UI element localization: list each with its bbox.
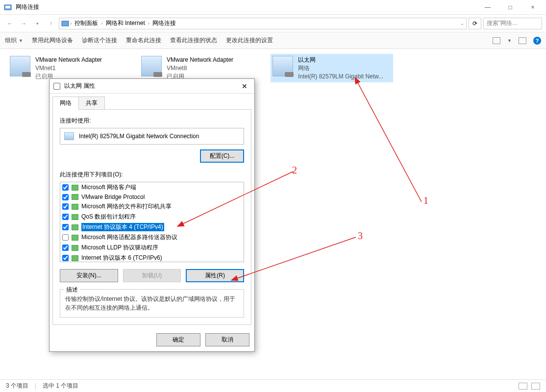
component-item[interactable]: VMware Bridge Protocol: [60, 193, 244, 201]
items-label: 此连接使用下列项目(O):: [60, 171, 244, 179]
properties-button[interactable]: 属性(R): [186, 269, 244, 282]
nav-back-button[interactable]: ←: [4, 18, 16, 29]
disable-device-button[interactable]: 禁用此网络设备: [32, 36, 73, 45]
adapter-line3: Intel(R) 82579LM Gigabit Netw...: [298, 73, 383, 81]
component-list[interactable]: Microsoft 网络客户端VMware Bridge ProtocolMic…: [60, 182, 244, 262]
address-bar: ← → ▾ ↑ › 控制面板 › 网络和 Internet › 网络连接 ⌄ ⟳…: [0, 15, 546, 32]
component-checkbox[interactable]: [62, 203, 69, 210]
adapter-display: Intel(R) 82579LM Gigabit Network Connect…: [60, 128, 244, 145]
configure-button[interactable]: 配置(C)...: [200, 149, 244, 163]
breadcrumb-sep-icon: ›: [148, 21, 149, 26]
network-adapter-icon: [10, 56, 30, 76]
component-item[interactable]: Microsoft 网络适配器多路传送器协议: [60, 232, 244, 243]
component-icon: [72, 235, 78, 241]
nav-up-button[interactable]: ↑: [45, 18, 57, 29]
diagnose-button[interactable]: 诊断这个连接: [82, 36, 117, 45]
cancel-button[interactable]: 取消: [205, 333, 249, 346]
search-input[interactable]: 搜索"网络...: [483, 18, 542, 29]
annotation-label-2: 2: [292, 165, 297, 176]
component-icon: [72, 255, 78, 261]
svg-line-3: [355, 77, 422, 202]
adapter-line2: 网络: [298, 64, 383, 73]
component-icon: [72, 245, 78, 251]
dialog-icon: [53, 83, 60, 90]
component-checkbox[interactable]: [62, 255, 69, 261]
breadcrumb-item[interactable]: 控制面板: [73, 19, 100, 27]
view-icons-button[interactable]: [493, 37, 500, 44]
install-button[interactable]: 安装(N)...: [60, 269, 118, 282]
change-settings-button[interactable]: 更改此连接的设置: [226, 36, 273, 45]
component-checkbox[interactable]: [62, 214, 69, 220]
component-checkbox[interactable]: [62, 184, 69, 191]
properties-dialog: 以太网 属性 ✕ 网络 共享 连接时使用: Intel(R) 82579LM G…: [49, 78, 255, 352]
network-adapter-icon: [273, 56, 293, 76]
maximize-button[interactable]: □: [499, 0, 521, 15]
window-titlebar: 网络连接 — □ ×: [0, 0, 546, 15]
dialog-close-button[interactable]: ✕: [239, 80, 250, 92]
component-label: QoS 数据包计划程序: [81, 213, 136, 221]
close-button[interactable]: ×: [521, 0, 544, 15]
minimize-button[interactable]: —: [476, 0, 499, 15]
component-label: Internet 协议版本 6 (TCP/IPv6): [81, 254, 162, 262]
component-label: Microsoft 网络客户端: [81, 183, 136, 192]
app-icon: [4, 3, 12, 11]
location-icon: [61, 20, 69, 27]
rename-button[interactable]: 重命名此连接: [126, 36, 161, 45]
dialog-tabs: 网络 共享: [52, 97, 251, 110]
component-checkbox[interactable]: [62, 224, 69, 230]
tab-network[interactable]: 网络: [52, 97, 79, 110]
component-label: VMware Bridge Protocol: [81, 194, 145, 200]
view-status-button[interactable]: 查看此连接的状态: [170, 36, 217, 45]
ok-button[interactable]: 确定: [156, 333, 200, 346]
details-view-icon[interactable]: [519, 383, 527, 390]
component-item[interactable]: Internet 协议版本 6 (TCP/IPv6): [60, 253, 244, 262]
window-title: 网络连接: [16, 3, 476, 11]
network-adapter-icon: [141, 56, 162, 76]
component-icon: [72, 204, 78, 210]
adapter-name: 以太网: [298, 56, 383, 64]
status-count: 3 个项目: [6, 382, 28, 390]
command-toolbar: 组织▼ 禁用此网络设备 诊断这个连接 重命名此连接 查看此连接的状态 更改此连接…: [0, 32, 546, 49]
chevron-down-icon: ▼: [19, 38, 23, 43]
status-separator: [35, 383, 36, 390]
organize-menu[interactable]: 组织▼: [5, 36, 23, 45]
dialog-titlebar: 以太网 属性 ✕: [50, 79, 254, 94]
nav-forward-button[interactable]: →: [18, 18, 29, 29]
svg-rect-2: [62, 21, 69, 26]
preview-pane-button[interactable]: [519, 37, 526, 44]
adapter-line2: VMnet8: [167, 64, 233, 73]
component-checkbox[interactable]: [62, 245, 69, 251]
breadcrumb-sep-icon: ›: [70, 21, 72, 26]
component-item[interactable]: QoS 数据包计划程序: [60, 212, 244, 222]
component-label: Internet 协议版本 4 (TCP/IPv4): [81, 223, 164, 231]
refresh-button[interactable]: ⟳: [469, 18, 481, 29]
adapter-line2: VMnet1: [35, 64, 102, 73]
component-label: Microsoft LLDP 协议驱动程序: [81, 244, 158, 252]
nav-recent-button[interactable]: ▾: [31, 18, 43, 29]
adapter-name: VMware Network Adapter: [35, 56, 102, 64]
annotation-label-3: 3: [358, 230, 363, 242]
description-group: 描述 传输控制协议/Internet 协议。该协议是默认的广域网络协议，用于在不…: [60, 289, 244, 318]
breadcrumb-dropdown-icon[interactable]: ⌄: [460, 21, 464, 26]
tab-share[interactable]: 共享: [78, 97, 105, 110]
component-item[interactable]: Microsoft 网络的文件和打印机共享: [60, 201, 244, 212]
breadcrumb-item[interactable]: 网络连接: [150, 19, 178, 27]
large-icons-view-icon[interactable]: [531, 383, 540, 390]
adapter-item-ethernet[interactable]: 以太网 网络 Intel(R) 82579LM Gigabit Netw...: [271, 54, 393, 82]
component-checkbox[interactable]: [62, 194, 69, 200]
component-item[interactable]: Microsoft 网络客户端: [60, 182, 244, 193]
component-checkbox[interactable]: [62, 234, 69, 241]
description-legend: 描述: [64, 286, 80, 294]
status-selected: 选中 1 个项目: [43, 382, 78, 390]
help-icon[interactable]: ?: [533, 37, 541, 45]
breadcrumb-item[interactable]: 网络和 Internet: [104, 19, 147, 27]
component-item[interactable]: Microsoft LLDP 协议驱动程序: [60, 243, 244, 253]
dialog-title: 以太网 属性: [64, 82, 239, 90]
component-item[interactable]: Internet 协议版本 4 (TCP/IPv4): [60, 222, 244, 232]
component-label: Microsoft 网络适配器多路传送器协议: [81, 233, 177, 242]
breadcrumb[interactable]: › 控制面板 › 网络和 Internet › 网络连接 ⌄: [59, 18, 467, 29]
component-icon: [72, 194, 78, 200]
status-bar: 3 个项目 选中 1 个项目: [0, 379, 546, 392]
component-label: Microsoft 网络的文件和打印机共享: [81, 202, 172, 211]
chevron-down-icon[interactable]: ▼: [507, 38, 512, 43]
